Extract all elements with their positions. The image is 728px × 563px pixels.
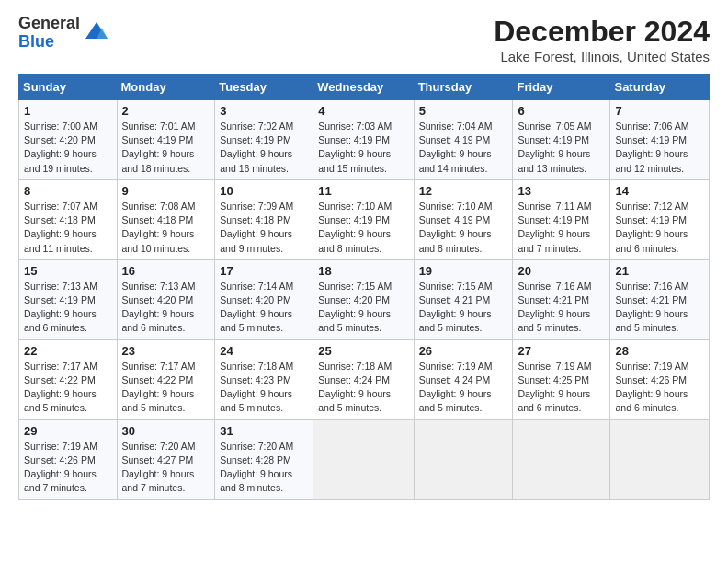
calendar-cell: [610, 419, 710, 500]
day-number: 22: [24, 344, 112, 358]
day-number: 25: [318, 344, 408, 358]
day-info: Sunrise: 7:01 AMSunset: 4:19 PMDaylight:…: [122, 120, 210, 176]
logo: General Blue: [18, 15, 109, 52]
day-of-week-tuesday: Tuesday: [215, 75, 313, 100]
calendar-cell: 23Sunrise: 7:17 AMSunset: 4:22 PMDayligh…: [117, 339, 215, 419]
calendar-cell: 12Sunrise: 7:10 AMSunset: 4:19 PMDayligh…: [414, 179, 513, 259]
day-info: Sunrise: 7:18 AMSunset: 4:23 PMDaylight:…: [220, 360, 308, 416]
calendar-week-5: 29Sunrise: 7:19 AMSunset: 4:26 PMDayligh…: [19, 419, 710, 500]
day-number: 3: [220, 104, 308, 118]
day-number: 18: [318, 264, 408, 278]
day-number: 29: [24, 424, 112, 438]
days-of-week-row: SundayMondayTuesdayWednesdayThursdayFrid…: [19, 75, 710, 100]
logo-icon: [84, 20, 109, 46]
page-title: December 2024: [494, 15, 710, 49]
day-number: 6: [518, 104, 605, 118]
day-info: Sunrise: 7:13 AMSunset: 4:19 PMDaylight:…: [24, 280, 112, 336]
day-info: Sunrise: 7:04 AMSunset: 4:19 PMDaylight:…: [419, 120, 508, 176]
day-of-week-thursday: Thursday: [414, 75, 513, 100]
calendar-cell: 14Sunrise: 7:12 AMSunset: 4:19 PMDayligh…: [610, 179, 710, 259]
calendar-cell: 28Sunrise: 7:19 AMSunset: 4:26 PMDayligh…: [610, 339, 710, 419]
calendar-cell: 4Sunrise: 7:03 AMSunset: 4:19 PMDaylight…: [313, 100, 414, 180]
calendar-cell: 13Sunrise: 7:11 AMSunset: 4:19 PMDayligh…: [513, 179, 610, 259]
calendar-cell: 24Sunrise: 7:18 AMSunset: 4:23 PMDayligh…: [215, 339, 313, 419]
calendar-cell: 7Sunrise: 7:06 AMSunset: 4:19 PMDaylight…: [610, 100, 710, 180]
day-info: Sunrise: 7:06 AMSunset: 4:19 PMDaylight:…: [615, 120, 704, 176]
calendar-cell: 19Sunrise: 7:15 AMSunset: 4:21 PMDayligh…: [414, 259, 513, 339]
calendar-week-4: 22Sunrise: 7:17 AMSunset: 4:22 PMDayligh…: [19, 339, 710, 419]
day-info: Sunrise: 7:14 AMSunset: 4:20 PMDaylight:…: [220, 280, 308, 336]
day-number: 28: [615, 344, 704, 358]
day-number: 26: [419, 344, 508, 358]
calendar-cell: [513, 419, 610, 500]
day-number: 10: [220, 184, 308, 198]
day-number: 12: [419, 184, 508, 198]
day-info: Sunrise: 7:11 AMSunset: 4:19 PMDaylight:…: [518, 200, 605, 256]
day-info: Sunrise: 7:02 AMSunset: 4:19 PMDaylight:…: [220, 120, 308, 176]
day-of-week-wednesday: Wednesday: [313, 75, 414, 100]
calendar-cell: 8Sunrise: 7:07 AMSunset: 4:18 PMDaylight…: [19, 179, 118, 259]
calendar-cell: 18Sunrise: 7:15 AMSunset: 4:20 PMDayligh…: [313, 259, 414, 339]
day-number: 23: [122, 344, 210, 358]
day-of-week-sunday: Sunday: [19, 75, 118, 100]
day-number: 7: [615, 104, 704, 118]
day-number: 20: [518, 264, 605, 278]
calendar-cell: [414, 419, 513, 500]
day-number: 13: [518, 184, 605, 198]
day-number: 17: [220, 264, 308, 278]
calendar-cell: 26Sunrise: 7:19 AMSunset: 4:24 PMDayligh…: [414, 339, 513, 419]
day-number: 15: [24, 264, 112, 278]
day-number: 30: [122, 424, 210, 438]
day-of-week-saturday: Saturday: [610, 75, 710, 100]
day-number: 14: [615, 184, 704, 198]
calendar-cell: [313, 419, 414, 500]
day-info: Sunrise: 7:07 AMSunset: 4:18 PMDaylight:…: [24, 200, 112, 256]
calendar-cell: 16Sunrise: 7:13 AMSunset: 4:20 PMDayligh…: [117, 259, 215, 339]
day-number: 16: [122, 264, 210, 278]
day-number: 11: [318, 184, 408, 198]
day-info: Sunrise: 7:19 AMSunset: 4:26 PMDaylight:…: [615, 360, 704, 416]
day-info: Sunrise: 7:13 AMSunset: 4:20 PMDaylight:…: [122, 280, 210, 336]
calendar-cell: 5Sunrise: 7:04 AMSunset: 4:19 PMDaylight…: [414, 100, 513, 180]
calendar-cell: 25Sunrise: 7:18 AMSunset: 4:24 PMDayligh…: [313, 339, 414, 419]
day-info: Sunrise: 7:20 AMSunset: 4:28 PMDaylight:…: [220, 440, 308, 496]
day-number: 19: [419, 264, 508, 278]
day-info: Sunrise: 7:17 AMSunset: 4:22 PMDaylight:…: [122, 360, 210, 416]
day-number: 27: [518, 344, 605, 358]
calendar-cell: 6Sunrise: 7:05 AMSunset: 4:19 PMDaylight…: [513, 100, 610, 180]
day-info: Sunrise: 7:03 AMSunset: 4:19 PMDaylight:…: [318, 120, 408, 176]
day-info: Sunrise: 7:12 AMSunset: 4:19 PMDaylight:…: [615, 200, 704, 256]
day-info: Sunrise: 7:20 AMSunset: 4:27 PMDaylight:…: [122, 440, 210, 496]
day-info: Sunrise: 7:16 AMSunset: 4:21 PMDaylight:…: [615, 280, 704, 336]
day-info: Sunrise: 7:19 AMSunset: 4:26 PMDaylight:…: [24, 440, 112, 496]
day-number: 31: [220, 424, 308, 438]
day-info: Sunrise: 7:15 AMSunset: 4:21 PMDaylight:…: [419, 280, 508, 336]
day-info: Sunrise: 7:00 AMSunset: 4:20 PMDaylight:…: [24, 120, 112, 176]
day-info: Sunrise: 7:10 AMSunset: 4:19 PMDaylight:…: [419, 200, 508, 256]
calendar-cell: 9Sunrise: 7:08 AMSunset: 4:18 PMDaylight…: [117, 179, 215, 259]
day-number: 21: [615, 264, 704, 278]
calendar-cell: 30Sunrise: 7:20 AMSunset: 4:27 PMDayligh…: [117, 419, 215, 500]
calendar-cell: 27Sunrise: 7:19 AMSunset: 4:25 PMDayligh…: [513, 339, 610, 419]
calendar-cell: 11Sunrise: 7:10 AMSunset: 4:19 PMDayligh…: [313, 179, 414, 259]
calendar-cell: 10Sunrise: 7:09 AMSunset: 4:18 PMDayligh…: [215, 179, 313, 259]
day-info: Sunrise: 7:19 AMSunset: 4:25 PMDaylight:…: [518, 360, 605, 416]
calendar-cell: 31Sunrise: 7:20 AMSunset: 4:28 PMDayligh…: [215, 419, 313, 500]
calendar-cell: 29Sunrise: 7:19 AMSunset: 4:26 PMDayligh…: [19, 419, 118, 500]
page-header: General Blue December 2024 Lake Forest, …: [18, 15, 710, 64]
logo-blue: Blue: [18, 32, 54, 51]
page-subtitle: Lake Forest, Illinois, United States: [494, 49, 710, 64]
calendar-cell: 22Sunrise: 7:17 AMSunset: 4:22 PMDayligh…: [19, 339, 118, 419]
day-number: 1: [24, 104, 112, 118]
day-number: 9: [122, 184, 210, 198]
calendar-cell: 20Sunrise: 7:16 AMSunset: 4:21 PMDayligh…: [513, 259, 610, 339]
day-info: Sunrise: 7:10 AMSunset: 4:19 PMDaylight:…: [318, 200, 408, 256]
calendar-header: SundayMondayTuesdayWednesdayThursdayFrid…: [19, 75, 710, 100]
calendar-table: SundayMondayTuesdayWednesdayThursdayFrid…: [18, 74, 710, 500]
day-number: 2: [122, 104, 210, 118]
day-number: 24: [220, 344, 308, 358]
calendar-cell: 21Sunrise: 7:16 AMSunset: 4:21 PMDayligh…: [610, 259, 710, 339]
calendar-week-2: 8Sunrise: 7:07 AMSunset: 4:18 PMDaylight…: [19, 179, 710, 259]
day-info: Sunrise: 7:05 AMSunset: 4:19 PMDaylight:…: [518, 120, 605, 176]
calendar-body: 1Sunrise: 7:00 AMSunset: 4:20 PMDaylight…: [19, 100, 710, 500]
